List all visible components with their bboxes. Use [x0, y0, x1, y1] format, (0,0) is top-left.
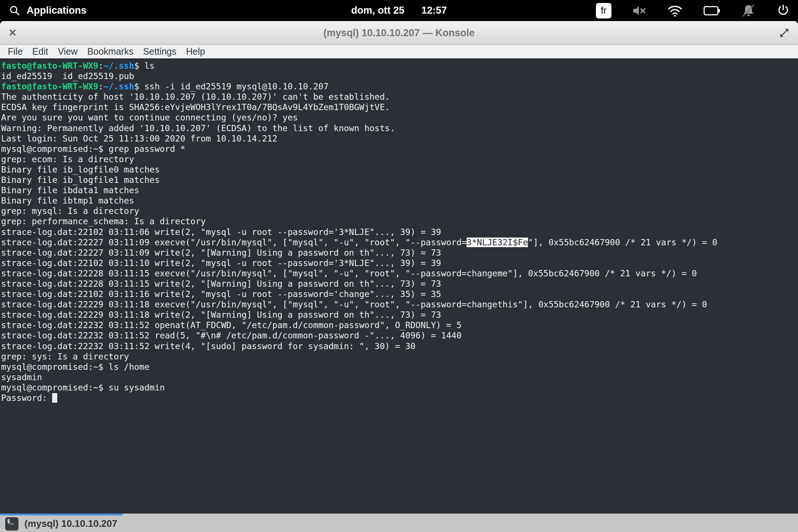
terminal-line: strace-log.dat:22228 03:11:15 execve("/u…	[1, 268, 798, 279]
menu-settings[interactable]: Settings	[138, 46, 181, 57]
terminal-line: strace-log.dat:22227 03:11:09 execve("/u…	[1, 237, 798, 248]
terminal-line: mysql@compromised:~$ ls /home	[1, 362, 798, 372]
terminal-line: strace-log.dat:22232 03:11:52 write(4, "…	[1, 341, 798, 351]
notifications-disabled-icon[interactable]	[741, 4, 756, 17]
terminal-line: The authenticity of host '10.10.10.207 (…	[1, 92, 798, 102]
keyboard-layout-indicator[interactable]: fr	[596, 3, 611, 18]
terminal-line: Binary file ibtmp1 matches	[1, 195, 798, 206]
power-icon[interactable]	[777, 4, 790, 17]
terminal-line: strace-log.dat:22102 03:11:10 write(2, "…	[1, 258, 798, 268]
panel-date: dom, ott 25	[351, 5, 404, 16]
terminal-line: strace-log.dat:22229 03:11:18 write(2, "…	[1, 310, 798, 320]
window-title: (mysql) 10.10.10.207 — Konsole	[0, 21, 798, 45]
maximize-icon	[779, 27, 790, 38]
keyboard-layout-label: fr	[601, 5, 606, 16]
terminal-line: Warning: Permanently added '10.10.10.207…	[1, 123, 798, 133]
wifi-icon[interactable]	[668, 5, 682, 17]
terminal-line: strace-log.dat:22232 03:11:52 openat(AT_…	[1, 320, 798, 330]
volume-muted-icon[interactable]	[632, 4, 647, 17]
menu-view[interactable]: View	[53, 46, 82, 57]
terminal-icon: $_	[5, 517, 18, 531]
terminal-line: Are you sure you want to continue connec…	[1, 112, 798, 123]
panel-time: 12:57	[421, 5, 447, 16]
terminal-line: grep: ecom: Is a directory	[1, 154, 798, 164]
maximize-button[interactable]	[778, 27, 791, 39]
menu-edit[interactable]: Edit	[27, 46, 53, 57]
terminal-line: strace-log.dat:22102 03:11:06 write(2, "…	[1, 227, 798, 237]
terminal-line: grep: sys: Is a directory	[1, 351, 798, 362]
menu-file[interactable]: File	[3, 46, 27, 57]
terminal-line: strace-log.dat:22227 03:11:09 write(2, "…	[1, 248, 798, 258]
terminal-line: sysadmin	[1, 372, 798, 382]
terminal-line: strace-log.dat:22102 03:11:16 write(2, "…	[1, 289, 798, 299]
taskbar-window-label: (mysql) 10.10.10.207	[24, 518, 117, 529]
terminal-line: ECDSA key fingerprint is SHA256:eYvjeWOH…	[1, 102, 798, 112]
system-tray: fr	[596, 0, 790, 21]
terminal-line: Binary file ib_logfile1 matches	[1, 175, 798, 185]
terminal-line: strace-log.dat:22229 03:11:18 execve("/u…	[1, 299, 798, 310]
terminal-cursor	[52, 393, 57, 403]
battery-icon[interactable]	[703, 6, 720, 16]
terminal-line: Binary file ibdata1 matches	[1, 185, 798, 195]
terminal-icon-glyph: $_	[7, 518, 14, 525]
terminal-line: fasto@fasto-WRT-WX9:~/.ssh$ ls	[1, 61, 798, 71]
terminal-output[interactable]: fasto@fasto-WRT-WX9:~/.ssh$ lsid_ed25519…	[0, 58, 798, 514]
terminal-line: grep: performance_schema: Is a directory	[1, 216, 798, 226]
top-panel: Applications dom, ott 25 12:57 fr	[0, 0, 798, 21]
terminal-line: Last login: Sun Oct 25 11:13:00 2020 fro…	[1, 133, 798, 144]
terminal-line: mysql@compromised:~$ su sysadmin	[1, 382, 798, 393]
menu-help[interactable]: Help	[181, 46, 210, 57]
taskbar-window-button[interactable]: $_ (mysql) 10.10.10.207	[0, 514, 123, 532]
terminal-line: grep: mysql: Is a directory	[1, 206, 798, 216]
menubar: File Edit View Bookmarks Settings Help	[0, 45, 798, 58]
terminal-line: id_ed25519 id_ed25519.pub	[1, 71, 798, 81]
menu-bookmarks[interactable]: Bookmarks	[82, 46, 138, 57]
terminal-line: strace-log.dat:22232 03:11:52 read(5, "#…	[1, 330, 798, 341]
terminal-line: mysql@compromised:~$ grep password *	[1, 144, 798, 154]
terminal-line: strace-log.dat:22228 03:11:15 write(2, "…	[1, 279, 798, 289]
terminal-line: Password:	[1, 393, 798, 403]
terminal-line: Binary file ib_logfile0 matches	[1, 164, 798, 175]
terminal-line: fasto@fasto-WRT-WX9:~/.ssh$ ssh -i id_ed…	[1, 81, 798, 92]
window-titlebar[interactable]: ✕ (mysql) 10.10.10.207 — Konsole	[0, 21, 798, 45]
taskbar: $_ (mysql) 10.10.10.207	[0, 514, 798, 532]
